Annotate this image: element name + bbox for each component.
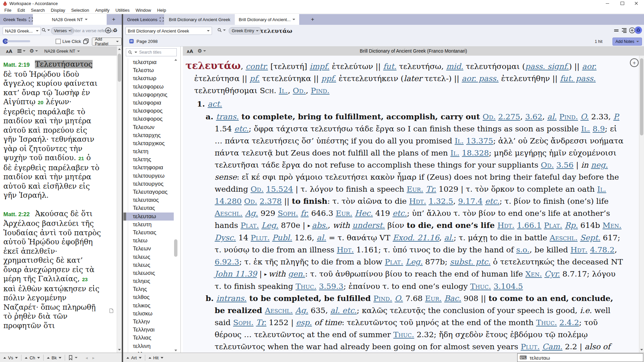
reference-link[interactable]: aor. pass. bbox=[462, 74, 499, 83]
gear-icon[interactable]: ⚙ bbox=[30, 48, 38, 54]
reference-link[interactable]: fut. bbox=[383, 62, 396, 71]
lexicon-entry[interactable]: τελεω bbox=[123, 237, 174, 245]
reference-link[interactable]: Hdt. bbox=[497, 221, 515, 230]
compact-view-icon[interactable] bbox=[614, 29, 619, 32]
menu-item[interactable]: Selection bbox=[68, 8, 92, 13]
reference-link[interactable]: Plut. bbox=[521, 342, 540, 351]
bookmark-button[interactable] bbox=[65, 355, 81, 360]
reference-link[interactable]: Od. bbox=[244, 197, 257, 205]
lexicon-entry[interactable]: τελισκω bbox=[123, 310, 174, 318]
verse-stepper[interactable]: Vs bbox=[0, 355, 21, 360]
reference-link[interactable]: Hdt. bbox=[571, 245, 588, 254]
lexicon-entry[interactable]: Τελεστω bbox=[123, 66, 174, 74]
reference-link[interactable]: al. bbox=[444, 233, 453, 242]
reference-link[interactable]: Sept. bbox=[580, 233, 600, 242]
reference-link[interactable]: pf. bbox=[250, 74, 260, 83]
reference-link[interactable]: 1.66.1 bbox=[517, 221, 541, 230]
search-scope-pill[interactable]: Greek Entry bbox=[229, 27, 262, 35]
lexicon-entry[interactable]: τελευταω bbox=[123, 213, 174, 221]
lexicon-entry[interactable]: τελεσφορεω bbox=[123, 83, 174, 91]
reference-link[interactable]: Rp. bbox=[565, 221, 578, 230]
reference-link[interactable]: al. bbox=[547, 112, 556, 121]
tab-na28-greek-nt[interactable]: NA28 Greek NT bbox=[33, 14, 107, 25]
lexicon-entry[interactable]: τελεταρχης bbox=[123, 131, 174, 139]
close-button[interactable] bbox=[629, 0, 643, 7]
font-size-icon[interactable]: AA bbox=[6, 48, 12, 54]
scroll-down-icon[interactable] bbox=[640, 349, 643, 351]
lexicon-entry[interactable]: Τελευτιας bbox=[123, 229, 174, 237]
reference-link[interactable]: etc. bbox=[392, 209, 407, 218]
reference-link[interactable]: Od. bbox=[483, 112, 496, 121]
reference-link[interactable]: Od. bbox=[293, 86, 306, 95]
menu-item[interactable]: Display bbox=[48, 8, 68, 13]
list-article-divider[interactable] bbox=[180, 46, 181, 353]
add-tab-button[interactable]: + bbox=[308, 15, 317, 24]
reference-link[interactable]: 3.59.3 bbox=[319, 282, 343, 291]
reference-link[interactable]: Thuc. bbox=[296, 282, 316, 291]
reference-link[interactable]: Ag. bbox=[295, 306, 308, 315]
text-module-select[interactable]: NA28 Greek... bbox=[3, 27, 41, 35]
reference-link[interactable]: Il. bbox=[597, 185, 606, 193]
lexicon-module-select[interactable]: Brill Dictionary of Ancient Greek bbox=[125, 27, 212, 35]
reference-link[interactable]: Exod. 21.16 bbox=[393, 233, 439, 242]
list-scrollbar[interactable] bbox=[174, 58, 178, 353]
maximize-button[interactable] bbox=[615, 0, 629, 7]
reference-link[interactable]: Eur. bbox=[425, 294, 442, 303]
scrollbar-thumb[interactable] bbox=[640, 58, 643, 135]
reference-link[interactable]: Publ. bbox=[272, 233, 292, 242]
reference-link[interactable]: Xen. bbox=[525, 269, 542, 278]
lexicon-entry[interactable]: τελευτη bbox=[123, 221, 174, 229]
reference-link[interactable]: Eur. bbox=[336, 209, 353, 218]
reference-link[interactable]: aor. bbox=[582, 62, 596, 71]
lexicon-entry[interactable]: Τελεων bbox=[123, 245, 174, 253]
zone-icon[interactable] bbox=[29, 17, 33, 21]
menu-item[interactable]: Search bbox=[28, 8, 48, 13]
history-forward-icon[interactable]: ▸ bbox=[93, 355, 95, 360]
scroll-up-icon[interactable] bbox=[174, 59, 177, 61]
article-stepper[interactable]: Art bbox=[123, 355, 145, 360]
scroll-down-icon[interactable] bbox=[118, 349, 121, 351]
lexicon-entry[interactable]: τελεως bbox=[123, 253, 174, 261]
lexicon-entry[interactable]: τελετη bbox=[123, 147, 174, 156]
add-pane-icon[interactable] bbox=[83, 39, 89, 44]
reference-link[interactable]: John 11.39 bbox=[215, 269, 257, 278]
reference-link[interactable]: Leg. bbox=[406, 257, 423, 266]
lexicon-entry[interactable]: Τελληναι bbox=[123, 326, 174, 334]
lexicon-entry[interactable]: τελετηφορια bbox=[123, 164, 174, 172]
lexicon-entry[interactable]: τελλις bbox=[123, 350, 174, 353]
reference-link[interactable]: Plat. bbox=[544, 221, 562, 230]
auto-sync-toggle[interactable]: ♻ bbox=[635, 26, 642, 34]
reference-link[interactable]: Od. bbox=[251, 185, 264, 193]
go-search-icon[interactable] bbox=[105, 27, 111, 34]
page-book-icon[interactable] bbox=[129, 39, 134, 44]
reference-link[interactable]: mid. bbox=[446, 62, 463, 71]
lexicon-entry[interactable]: Τελλιας bbox=[123, 334, 174, 342]
reference-link[interactable]: Pind. bbox=[373, 294, 392, 303]
reference-link[interactable]: subst. ptc. bbox=[450, 257, 490, 266]
panel-divider[interactable] bbox=[122, 14, 123, 362]
chapter-stepper[interactable]: Ch bbox=[21, 355, 43, 360]
titles-search-box[interactable]: Search titles bbox=[126, 48, 177, 56]
reference-link[interactable]: intrans. bbox=[216, 294, 247, 303]
lexicon-entry[interactable]: τεληεις bbox=[123, 277, 174, 285]
add-highlight-button[interactable]: + bbox=[630, 58, 639, 67]
reference-link[interactable]: Plut. bbox=[251, 233, 270, 242]
research-icon[interactable]: ♻ bbox=[113, 27, 117, 34]
reference-link[interactable]: Plat. bbox=[240, 221, 259, 230]
history-back-icon[interactable]: ◂ bbox=[86, 355, 88, 360]
reference-link[interactable]: 8.9 bbox=[593, 124, 605, 133]
menu-item[interactable]: Edit bbox=[14, 8, 28, 13]
scrollbar-thumb[interactable] bbox=[118, 54, 121, 82]
reference-link[interactable]: Cyr. bbox=[544, 269, 560, 278]
reference-link[interactable]: Il. bbox=[581, 124, 590, 133]
lexicon-entry[interactable]: τελλινη bbox=[123, 342, 174, 350]
minimize-button[interactable] bbox=[600, 0, 614, 7]
add-notes-button[interactable]: Add Notes bbox=[612, 38, 642, 46]
greek-entry-input[interactable]: τελευτάω bbox=[260, 27, 292, 34]
selected-word[interactable]: Τελευτήσαντος bbox=[35, 60, 92, 68]
lexicon-entry[interactable]: τελεσφορησις bbox=[123, 91, 174, 99]
scrollbar-thumb[interactable] bbox=[174, 239, 177, 257]
reference-link[interactable]: Aeschl. bbox=[215, 209, 243, 218]
reference-link[interactable]: Pind. bbox=[559, 112, 578, 121]
reference-link[interactable]: fr. bbox=[301, 209, 309, 218]
